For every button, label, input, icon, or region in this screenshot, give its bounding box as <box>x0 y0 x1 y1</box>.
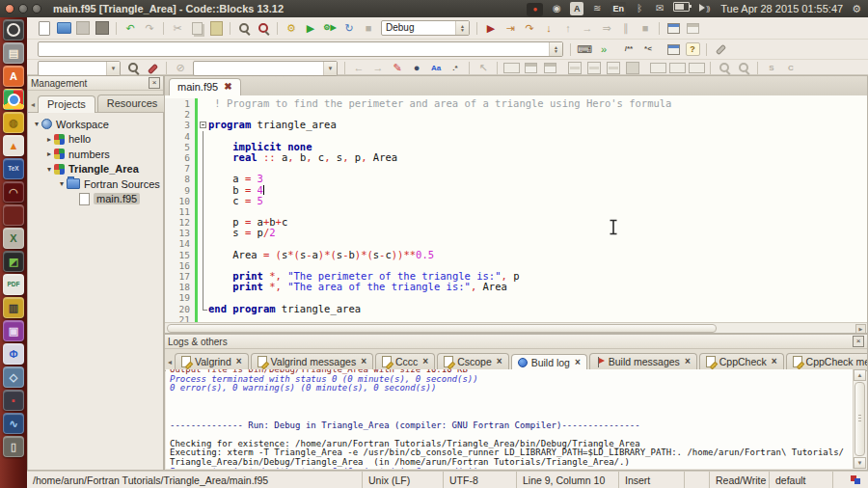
hscroll-thumb[interactable] <box>167 324 717 333</box>
step-out-button[interactable]: ↑ <box>559 20 577 36</box>
shutter-icon[interactable]: ◉ <box>550 2 563 15</box>
phi-button[interactable]: Φ <box>3 343 24 365</box>
log-tab-valgrind-messages[interactable]: Valgrind messages× <box>251 353 373 370</box>
close-tab-icon[interactable]: × <box>422 357 428 366</box>
incsearch-clear-button[interactable]: ⊘ <box>172 61 189 76</box>
save-all-button[interactable] <box>94 20 111 36</box>
log-tab-cppcheck-messages[interactable]: CppCheck messages× <box>786 353 867 370</box>
wx-bar4-button[interactable] <box>624 61 641 76</box>
combo-dropdown-icon[interactable]: ▾ <box>323 62 337 75</box>
close-tab-icon[interactable]: × <box>772 357 777 366</box>
combo-dropdown-icon[interactable] <box>455 21 469 35</box>
vscroll-thumb[interactable] <box>854 382 865 456</box>
tab-projects[interactable]: Projects <box>38 95 95 113</box>
tree-item-hello[interactable]: ▸hello <box>28 132 163 148</box>
tree-item-fortran-sources[interactable]: ▾Fortran Sources <box>28 176 163 192</box>
regex-button[interactable]: .* <box>447 61 464 76</box>
incsearch-next-button[interactable]: → <box>369 61 387 76</box>
close-tab-icon[interactable]: × <box>236 357 242 366</box>
files-button[interactable]: ▤ <box>3 42 24 64</box>
pdf-button[interactable]: PDF <box>3 274 24 295</box>
vscroll-up-icon[interactable]: ▲ <box>854 369 866 381</box>
codeblocks-button[interactable] <box>3 204 24 226</box>
close-management-icon[interactable]: × <box>149 77 160 89</box>
close-tab-icon[interactable]: ✖ <box>224 82 231 92</box>
swoosh-button[interactable]: ∿ <box>3 413 24 434</box>
replace-button[interactable] <box>255 20 272 36</box>
zoom-in-button[interactable] <box>716 61 733 76</box>
tree-item-workspace[interactable]: ▾Workspace <box>28 117 163 132</box>
stop-debugger-button[interactable]: ■ <box>637 20 654 36</box>
cut-button[interactable]: ✂ <box>169 20 186 36</box>
fortran-help-button[interactable]: ? <box>684 41 701 57</box>
wx-source-button[interactable]: S <box>763 61 780 76</box>
abort-button[interactable]: ■ <box>360 20 377 36</box>
code-completion-combo[interactable] <box>38 41 563 57</box>
wx-wide1-button[interactable] <box>649 61 666 76</box>
expander-icon[interactable]: ▸ <box>44 149 54 158</box>
log-vscrollbar[interactable]: ▲ ▼ <box>853 369 866 469</box>
fortran-doc-comment-button[interactable]: /** <box>620 41 637 57</box>
search-in-files-button[interactable] <box>124 61 142 76</box>
log-tab-cccc[interactable]: Cccc× <box>375 353 435 370</box>
teapot-button[interactable]: ◍ <box>3 112 24 133</box>
trash-button[interactable]: ▯ <box>3 436 24 457</box>
wx-class-button[interactable]: C <box>782 61 800 76</box>
xfig-button[interactable]: X <box>3 228 24 249</box>
wx-bar3-button[interactable] <box>605 61 622 76</box>
wx-bar1-button[interactable] <box>566 61 583 76</box>
next-instruction-button[interactable]: → <box>579 20 596 36</box>
step-into-instruction-button[interactable]: ⇒ <box>598 20 615 36</box>
build-target-select[interactable]: Debug <box>381 20 470 36</box>
recorder-button[interactable]: ▪ <box>3 390 24 411</box>
log-tab-cscope[interactable]: Cscope× <box>437 353 508 370</box>
close-tab-icon[interactable]: × <box>497 357 502 366</box>
run-to-cursor-button[interactable]: ⇥ <box>502 20 519 36</box>
battery-icon[interactable] <box>673 2 690 12</box>
run-button[interactable]: ▶ <box>302 20 319 36</box>
undo-button[interactable]: ↶ <box>122 20 139 36</box>
close-window-button[interactable] <box>5 4 14 14</box>
maximize-window-button[interactable] <box>32 4 41 14</box>
debug-run-button[interactable]: ▶ <box>482 20 500 36</box>
fortran-call-tip-button[interactable]: *< <box>639 41 657 57</box>
close-tab-icon[interactable]: × <box>575 358 581 367</box>
tree-item-numbers[interactable]: ▸numbers <box>28 147 163 162</box>
wx-pointer-button[interactable]: ↖ <box>475 61 492 76</box>
selected-scope-button[interactable]: ● <box>408 61 425 76</box>
build-and-run-button[interactable]: ⚙▶ <box>321 20 339 36</box>
match-case-button[interactable]: Aa <box>427 61 445 76</box>
highlight-occurrences-button[interactable]: ✎ <box>389 61 406 76</box>
expander-icon[interactable]: ▸ <box>44 135 54 144</box>
wifi-icon[interactable]: ≋ <box>590 2 604 15</box>
wx-frame-button[interactable] <box>502 61 520 76</box>
tex-button[interactable]: TeX <box>3 158 24 179</box>
log-tab-valgrind[interactable]: Valgrind× <box>175 353 249 370</box>
app-a-button[interactable]: A <box>3 66 24 87</box>
rebuild-button[interactable]: ↻ <box>340 20 358 36</box>
clock[interactable]: Tue Apr 28 2015 01:55:47 <box>720 3 843 14</box>
vscroll-down-icon[interactable]: ▼ <box>854 457 866 469</box>
screen-record-icon[interactable]: ● <box>527 3 543 16</box>
mail-icon[interactable]: ✉ <box>653 2 666 15</box>
new-file-button[interactable] <box>36 20 53 36</box>
find-button[interactable] <box>235 20 253 36</box>
search-term-combo[interactable]: ▾ <box>38 61 121 76</box>
open-file-button[interactable] <box>55 20 72 36</box>
build-button[interactable]: ⚙ <box>283 20 300 36</box>
build-log-content[interactable]: Output file is bin/Debug/Triangle_Area w… <box>166 369 866 469</box>
close-tab-icon[interactable]: × <box>685 357 691 366</box>
debugging-windows-button[interactable] <box>665 20 682 36</box>
zoom-out-button[interactable] <box>735 61 752 76</box>
log-tab-build-messages[interactable]: Build messages× <box>589 353 697 370</box>
combo-dropdown-icon[interactable]: ▾ <box>106 62 120 75</box>
incremental-search-combo[interactable]: ▾ <box>193 61 338 76</box>
movie-player-button[interactable]: ▥ <box>3 297 24 318</box>
session-gear-icon[interactable]: ⚙ <box>852 3 861 15</box>
fold-marker-icon[interactable] <box>198 120 208 130</box>
tree-item-triangle-area[interactable]: ▾Triangle_Area <box>28 162 163 177</box>
expander-icon[interactable]: ▾ <box>57 179 67 188</box>
terminal-button[interactable]: ▣ <box>3 320 24 341</box>
redo-button[interactable]: ↷ <box>141 20 158 36</box>
blue-app-button[interactable]: ◇ <box>3 366 24 388</box>
